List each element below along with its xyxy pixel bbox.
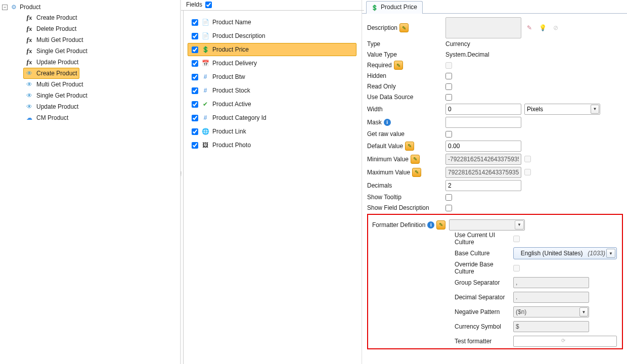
field-row[interactable]: #Product Category Id xyxy=(188,111,356,124)
tree-item[interactable]: 👁Update Product xyxy=(23,101,180,112)
base-culture-select[interactable]: English (United States) (1033) ▼ xyxy=(513,247,617,259)
width-units-select[interactable] xyxy=(524,104,600,115)
use-culture-label: Use Current UI Culture xyxy=(455,232,513,246)
edit-expression-icon[interactable]: ✎ xyxy=(399,23,409,32)
edit-expression-icon[interactable]: ✎ xyxy=(411,155,420,164)
tree-item-label: CM Product xyxy=(36,114,68,122)
valuetype-label: Value Type xyxy=(367,51,397,58)
max-value-input[interactable] xyxy=(445,167,521,178)
group-sep-input[interactable] xyxy=(513,277,589,288)
tree-root-row[interactable]: − ⚙ Product xyxy=(2,2,180,12)
field-label: Product Delivery xyxy=(212,60,257,67)
clear-icon[interactable]: ⊘ xyxy=(551,23,561,33)
min-value-checkbox[interactable] xyxy=(524,156,531,162)
get-raw-checkbox[interactable] xyxy=(445,131,452,138)
fields-all-checkbox[interactable] xyxy=(205,2,212,8)
edit-expression-icon[interactable]: ✎ xyxy=(412,168,421,177)
field-label: Product Btw xyxy=(212,73,245,80)
max-value-checkbox[interactable] xyxy=(524,169,531,175)
use-data-source-checkbox[interactable] xyxy=(445,94,452,101)
fx-icon: fx xyxy=(25,36,33,44)
tab-product-price[interactable]: 💲Product Price xyxy=(366,1,423,14)
hidden-checkbox[interactable] xyxy=(445,73,452,79)
dropdown-icon[interactable]: ▼ xyxy=(515,220,524,230)
dropdown-icon[interactable]: ▼ xyxy=(579,307,588,316)
eye-icon: 👁 xyxy=(25,80,33,88)
tree-item[interactable]: ☁CM Product xyxy=(23,112,180,123)
tree-item[interactable]: fxDelete Product xyxy=(23,23,180,34)
field-row[interactable]: ✔Product Active xyxy=(188,98,356,111)
field-checkbox[interactable] xyxy=(192,101,198,108)
tree-item[interactable]: 👁Single Get Product xyxy=(23,90,180,101)
dropdown-icon[interactable]: ▼ xyxy=(591,105,599,114)
field-row[interactable]: 🖼Product Photo xyxy=(188,139,356,152)
decimals-input[interactable] xyxy=(445,180,521,191)
product-node-icon: ⚙ xyxy=(10,3,18,11)
tree-item[interactable]: 👁Multi Get Product xyxy=(23,79,180,90)
cloud-icon: ☁ xyxy=(25,114,33,122)
tree-panel: − ⚙ Product fxCreate Product fxDelete Pr… xyxy=(0,0,181,364)
edit-expression-icon[interactable]: ✎ xyxy=(405,142,414,151)
field-checkbox[interactable] xyxy=(192,87,198,94)
tree-item[interactable]: 👁Create Product xyxy=(23,68,79,79)
field-checkbox[interactable] xyxy=(192,19,198,26)
field-row[interactable]: #Product Stock xyxy=(188,84,356,97)
tree-item[interactable]: fxUpdate Product xyxy=(23,57,180,68)
negative-pattern-select[interactable] xyxy=(513,306,589,317)
field-row[interactable]: 💲Product Price xyxy=(188,43,356,56)
tree-item-label: Single Get Product xyxy=(36,92,87,100)
fields-list: 📄Product Name 📄Product Description 💲Prod… xyxy=(183,10,362,364)
formatter-select[interactable]: ▼ xyxy=(449,219,525,231)
field-checkbox[interactable] xyxy=(192,128,198,135)
show-field-desc-checkbox[interactable] xyxy=(445,205,452,211)
show-tooltip-checkbox[interactable] xyxy=(445,194,452,201)
field-row[interactable]: 📅Product Delivery xyxy=(188,57,356,70)
field-row[interactable]: 📄Product Name xyxy=(188,16,356,29)
edit-expression-icon[interactable]: ✎ xyxy=(394,61,403,70)
edit-icon[interactable]: ✎ xyxy=(524,23,534,33)
required-checkbox[interactable] xyxy=(445,62,452,69)
mask-input[interactable] xyxy=(445,117,521,128)
fx-icon: fx xyxy=(25,14,33,22)
tree-item[interactable]: fxCreate Product xyxy=(23,12,180,23)
use-culture-checkbox[interactable] xyxy=(513,236,520,242)
hint-icon[interactable]: 💡 xyxy=(538,23,548,33)
number-field-icon: # xyxy=(201,114,209,122)
currency-symbol-input[interactable] xyxy=(513,321,589,332)
field-checkbox[interactable] xyxy=(192,115,198,121)
field-checkbox[interactable] xyxy=(192,60,198,67)
min-value-input[interactable] xyxy=(445,154,521,165)
default-value-label: Default Value xyxy=(367,143,403,150)
required-label: Required xyxy=(367,62,392,69)
max-value-label: Maximum Value xyxy=(367,169,410,176)
field-checkbox[interactable] xyxy=(192,74,198,80)
readonly-checkbox[interactable] xyxy=(445,83,452,90)
tree-item[interactable]: fxSingle Get Product xyxy=(23,46,180,57)
tree-item[interactable]: fxMulti Get Product xyxy=(23,34,180,46)
test-formatter-input[interactable]: ⟳ xyxy=(513,336,617,347)
culture-id: (1033) xyxy=(588,250,605,257)
dropdown-icon[interactable]: ▼ xyxy=(606,249,615,258)
field-row[interactable]: #Product Btw xyxy=(188,70,356,83)
field-row[interactable]: 🌐Product Link xyxy=(188,125,356,138)
field-checkbox[interactable] xyxy=(192,33,198,39)
field-row[interactable]: 📄Product Description xyxy=(188,29,356,42)
decimal-sep-input[interactable] xyxy=(513,292,589,303)
fx-icon: fx xyxy=(25,47,33,55)
base-culture-label: Base Culture xyxy=(455,250,489,257)
edit-expression-icon[interactable]: ✎ xyxy=(436,220,445,230)
field-label: Product Stock xyxy=(212,87,250,94)
text-field-icon: 📄 xyxy=(201,18,209,26)
override-culture-checkbox[interactable] xyxy=(513,265,520,271)
tree-expander-icon[interactable]: − xyxy=(2,5,8,10)
description-input[interactable] xyxy=(445,17,521,38)
image-field-icon: 🖼 xyxy=(201,141,209,149)
width-input[interactable] xyxy=(445,104,521,115)
info-icon[interactable]: i xyxy=(427,221,434,229)
currency-field-icon: 💲 xyxy=(371,4,379,12)
field-checkbox[interactable] xyxy=(192,47,198,53)
field-checkbox[interactable] xyxy=(192,142,198,149)
default-value-input[interactable] xyxy=(445,141,521,152)
valuetype-value: System.Decimal xyxy=(445,51,489,58)
info-icon[interactable]: i xyxy=(384,119,391,126)
